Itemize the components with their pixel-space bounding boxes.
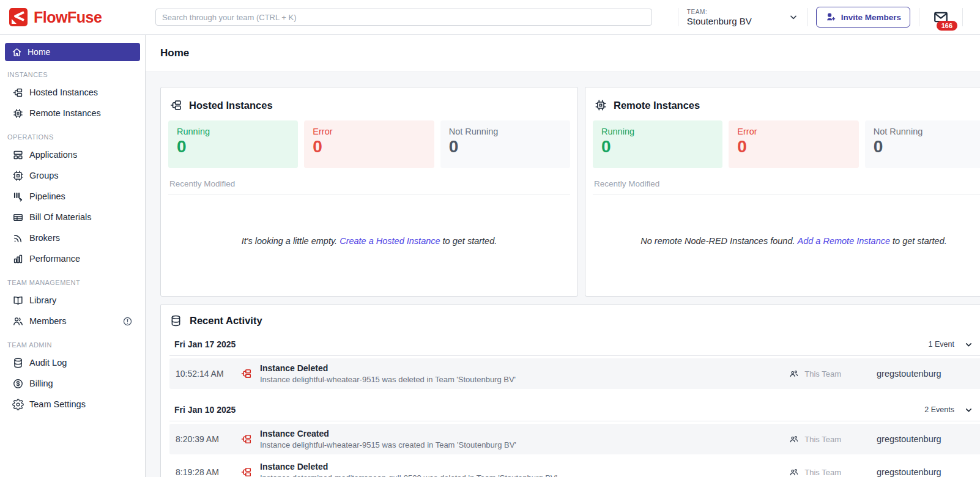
team-icon xyxy=(789,434,800,445)
activity-group-header[interactable]: Fri Jan 10 2025 2 Events xyxy=(169,401,980,421)
team-icon xyxy=(789,467,800,477)
empty-text: to get started. xyxy=(893,236,947,246)
library-icon xyxy=(12,295,24,306)
team-icon xyxy=(789,368,800,379)
stat-label: Running xyxy=(601,127,714,136)
stat-running: Running 0 xyxy=(168,120,298,168)
event-time: 8:19:28 AM xyxy=(176,467,232,477)
stat-label: Not Running xyxy=(874,127,980,136)
sidebar-item-bill-of-materials[interactable]: Bill Of Materials xyxy=(0,207,145,227)
activity-event-count: 1 Event xyxy=(929,340,954,349)
sidebar-item-applications[interactable]: Applications xyxy=(0,144,145,165)
activity-date: Fri Jan 17 2025 xyxy=(174,339,236,349)
event-scope: This Team xyxy=(804,369,841,379)
team-label: TEAM: xyxy=(687,9,752,15)
event-time: 8:20:39 AM xyxy=(176,434,232,444)
members-alert-icon xyxy=(122,316,133,327)
applications-icon xyxy=(12,149,24,161)
stat-not-running: Not Running 0 xyxy=(440,120,570,168)
sidebar-item-label: Pipelines xyxy=(29,191,65,201)
stat-value: 0 xyxy=(313,136,425,157)
sidebar-item-label: Hosted Instances xyxy=(29,87,98,97)
sidebar-item-home[interactable]: Home xyxy=(5,43,140,61)
invite-members-label: Invite Members xyxy=(841,13,901,22)
sidebar-item-library[interactable]: Library xyxy=(0,290,145,311)
search-input[interactable] xyxy=(155,9,652,26)
stat-value: 0 xyxy=(177,136,289,157)
event-scope: This Team xyxy=(804,435,841,444)
main-area: Home Hosted Instances Running 0 xyxy=(146,35,980,477)
remote-instances-icon xyxy=(12,108,24,119)
recent-activity-panel: Recent Activity Fri Jan 17 2025 1 Event … xyxy=(160,304,980,477)
empty-state: No remote Node-RED Instances found. Add … xyxy=(593,194,980,287)
hosted-instances-icon xyxy=(12,87,24,98)
user-plus-icon xyxy=(825,12,836,23)
stat-value: 0 xyxy=(874,136,980,157)
sidebar-item-groups[interactable]: Groups xyxy=(0,165,145,186)
sidebar-item-label: Billing xyxy=(29,379,53,388)
divider xyxy=(678,8,678,26)
stat-running: Running 0 xyxy=(593,120,722,168)
sidebar-item-label: Applications xyxy=(29,150,77,160)
gear-icon xyxy=(12,399,24,410)
stat-label: Error xyxy=(313,127,425,136)
hosted-instances-icon xyxy=(169,98,183,112)
sidebar-item-billing[interactable]: Billing xyxy=(0,373,145,394)
flowfuse-logo: FlowFuse xyxy=(9,7,155,27)
sidebar-item-performance[interactable]: Performance xyxy=(0,248,145,269)
chevron-down-icon[interactable] xyxy=(964,340,973,349)
activity-row: 10:52:14 AM Instance Deleted Instance de… xyxy=(169,358,980,389)
sidebar-item-label: Groups xyxy=(29,171,59,180)
activity-event-count: 2 Events xyxy=(924,405,954,414)
sidebar-item-label: Team Settings xyxy=(29,399,86,409)
sidebar-item-team-settings[interactable]: Team Settings xyxy=(0,394,145,415)
stat-label: Not Running xyxy=(449,127,562,136)
sidebar-item-label: Audit Log xyxy=(29,358,67,368)
chevron-down-icon[interactable] xyxy=(789,12,798,22)
empty-text: to get started. xyxy=(443,236,497,246)
recently-modified-label: Recently Modified xyxy=(168,179,570,194)
stat-value: 0 xyxy=(737,136,850,157)
sidebar-section-operations: OPERATIONS xyxy=(7,133,138,141)
database-icon xyxy=(169,314,182,327)
sidebar-item-hosted-instances[interactable]: Hosted Instances xyxy=(0,82,145,103)
divider xyxy=(962,8,963,26)
team-selector[interactable]: TEAM: Stoutenburg BV xyxy=(687,9,798,26)
hosted-instances-card: Hosted Instances Running 0 Error 0 Not R… xyxy=(160,87,578,297)
empty-text: No remote Node-RED Instances found. xyxy=(640,236,795,246)
team-name: Stoutenburg BV xyxy=(687,16,752,26)
instance-event-icon xyxy=(240,368,253,380)
activity-group-header[interactable]: Fri Jan 17 2025 1 Event xyxy=(169,336,980,356)
recent-activity-title: Recent Activity xyxy=(190,315,262,327)
chevron-down-icon[interactable] xyxy=(964,405,973,415)
sidebar-item-label: Home xyxy=(28,47,50,57)
sidebar-item-pipelines[interactable]: Pipelines xyxy=(0,186,145,207)
sidebar-item-members[interactable]: Members xyxy=(0,311,145,331)
stat-value: 0 xyxy=(449,136,562,157)
notification-count-badge: 166 xyxy=(937,21,957,31)
sidebar-item-label: Brokers xyxy=(29,233,60,243)
card-title: Hosted Instances xyxy=(189,100,273,111)
sidebar-item-brokers[interactable]: Brokers xyxy=(0,227,145,248)
event-description: Instance delightful-wheatear-9515 was de… xyxy=(260,375,516,384)
sidebar-item-audit-log[interactable]: Audit Log xyxy=(0,352,145,373)
add-remote-instance-link[interactable]: Add a Remote Instance xyxy=(798,236,891,246)
event-user: gregstoutenburg xyxy=(877,467,980,477)
pipelines-icon xyxy=(12,191,24,202)
members-icon xyxy=(12,316,24,327)
sidebar-item-label: Remote Instances xyxy=(29,108,101,118)
notifications-button[interactable]: 166 xyxy=(932,9,950,25)
activity-date: Fri Jan 10 2025 xyxy=(174,405,236,415)
divider xyxy=(919,8,919,26)
invite-members-button[interactable]: Invite Members xyxy=(816,7,910,28)
sidebar-item-label: Performance xyxy=(29,254,80,264)
page-title: Home xyxy=(160,47,189,59)
sidebar-item-label: Bill Of Materials xyxy=(29,212,92,222)
audit-log-icon xyxy=(12,357,24,369)
instance-event-icon xyxy=(240,466,253,477)
sidebar-item-remote-instances[interactable]: Remote Instances xyxy=(0,103,145,124)
create-hosted-instance-link[interactable]: Create a Hosted Instance xyxy=(340,236,440,246)
instance-event-icon xyxy=(240,433,253,445)
stat-error: Error 0 xyxy=(729,120,858,168)
sidebar-section-team-management: TEAM MANAGEMENT xyxy=(7,279,138,286)
